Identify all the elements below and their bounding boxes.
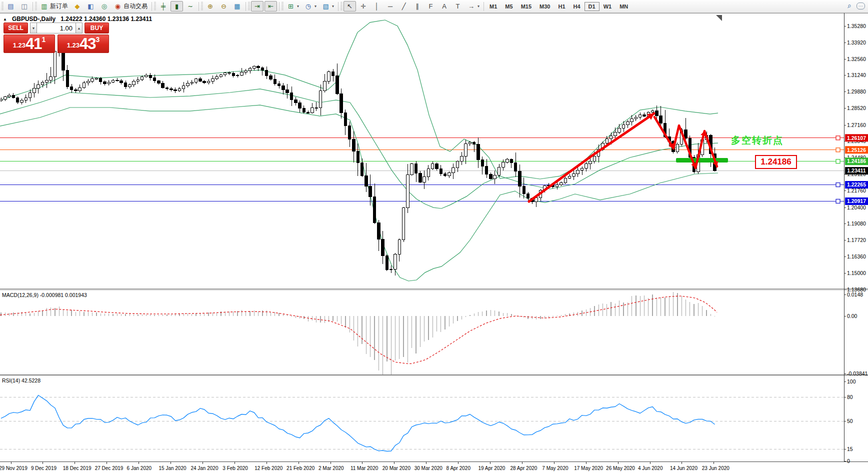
candle	[186, 83, 190, 86]
toolbar-drag-handle[interactable]	[2, 2, 4, 11]
toolbar-drag-handle[interactable]	[340, 2, 342, 11]
candle	[431, 164, 434, 168]
fibonacci-button[interactable]: F	[424, 1, 437, 12]
search-icon[interactable]: ⌕	[848, 2, 852, 10]
line-end-marker[interactable]	[836, 160, 840, 164]
timeframe-w1[interactable]: W1	[600, 2, 616, 11]
chart-shift-button[interactable]: ⇤	[264, 1, 277, 12]
turning-point-annotation[interactable]: 多空转折点	[731, 134, 784, 147]
timeframe-h4[interactable]: H4	[570, 2, 584, 11]
volume-input[interactable]	[37, 22, 76, 34]
candle	[593, 156, 596, 161]
timeframe-h1[interactable]: H1	[554, 2, 569, 11]
date-axis-label: 4 Jun 2020	[638, 466, 663, 471]
toolbar-drag-handle[interactable]	[248, 2, 250, 11]
autotrading-button[interactable]: ◉自动交易	[112, 1, 150, 12]
candle	[286, 90, 289, 92]
timeframe-m5[interactable]: M5	[501, 2, 516, 11]
candle	[62, 53, 65, 70]
timeframe-m15[interactable]: M15	[517, 2, 536, 11]
toolbar-drag-handle[interactable]	[201, 2, 203, 11]
line-end-marker[interactable]	[836, 136, 840, 140]
line-end-marker[interactable]	[836, 183, 840, 187]
new-order-button[interactable]: ▥新订单	[38, 1, 70, 12]
candle	[290, 92, 293, 100]
candle	[606, 138, 608, 143]
collapse-triangle-icon[interactable]: ▲	[3, 17, 7, 22]
sell-price-tile[interactable]: 1.23411	[4, 34, 55, 53]
candle	[456, 162, 459, 168]
market-watch-button[interactable]: ◆	[71, 1, 84, 12]
vertical-line-button[interactable]: │	[370, 1, 383, 12]
line-end-marker[interactable]	[836, 148, 840, 152]
profiles-button[interactable]: ◫	[18, 1, 30, 12]
text-button[interactable]: A	[438, 1, 450, 12]
zoom-in-button[interactable]: ⊕	[204, 1, 216, 12]
timeframe-mn[interactable]: MN	[616, 2, 632, 11]
arrows-button[interactable]: →▾	[465, 1, 482, 12]
candle	[140, 76, 144, 80]
price-callout-box[interactable]: 1.24186	[755, 155, 797, 169]
navigator-button[interactable]: ◧	[84, 1, 97, 12]
toolbar-drag-handle[interactable]	[282, 2, 284, 11]
tile-windows-button[interactable]: ▦	[231, 1, 244, 12]
candle	[369, 186, 372, 197]
templates-button[interactable]: ▧▾	[320, 1, 336, 12]
buy-price-point: 3	[96, 36, 100, 43]
line-end-marker[interactable]	[836, 199, 840, 203]
auto-scroll-button[interactable]: ⇥	[251, 1, 264, 12]
cursor-icon: ↖	[346, 2, 354, 10]
market-watch-icon: ◆	[73, 2, 82, 10]
candlestick-button[interactable]: ▮	[170, 1, 183, 12]
candle	[194, 79, 198, 82]
candle	[448, 172, 451, 176]
zoom-out-button[interactable]: ⊖	[218, 1, 230, 12]
chat-icon[interactable]: ⋯	[856, 2, 865, 10]
auto-scroll-icon: ⇥	[253, 2, 262, 10]
timeframe-m1[interactable]: M1	[486, 2, 501, 11]
candle	[444, 174, 446, 176]
candle	[502, 162, 505, 168]
cursor-button[interactable]: ↖	[344, 1, 356, 12]
chart-canvas[interactable]: 1.352801.339201.325601.312401.298801.285…	[0, 0, 868, 474]
buy-price-tile[interactable]: 1.23433	[58, 34, 109, 53]
date-axis-label: 23 Jun 2020	[702, 466, 730, 471]
toolbar-drag-handle[interactable]	[154, 2, 156, 11]
horizontal-line-button[interactable]: ─	[384, 1, 396, 12]
line-chart-button[interactable]: ∼	[184, 1, 196, 12]
toolbar-drag-handle[interactable]	[35, 2, 37, 11]
bar-chart-button[interactable]: ╪	[157, 1, 170, 12]
timeframe-d1[interactable]: D1	[584, 2, 600, 11]
toolbar-separator	[279, 2, 280, 11]
candle	[99, 78, 102, 82]
new-chart-button[interactable]: ▤	[4, 1, 17, 12]
volume-up-button[interactable]: ▲	[76, 22, 82, 34]
indicators-button[interactable]: ⊞▾	[284, 1, 301, 12]
terminal-button[interactable]: ◎	[98, 1, 110, 12]
candle	[203, 81, 206, 82]
timeframe-m30[interactable]: M30	[536, 2, 554, 11]
candle	[158, 81, 160, 84]
candle	[166, 88, 168, 88]
rsi-axis-tick: 0	[847, 458, 850, 464]
autotrading-label: 自动交易	[124, 2, 148, 10]
channel-button[interactable]: ∥	[411, 1, 424, 12]
chart-background	[0, 13, 868, 474]
buy-button[interactable]: BUY	[84, 22, 109, 34]
candle	[344, 112, 347, 126]
crosshair-button[interactable]: ✛	[357, 1, 370, 12]
candle	[460, 156, 464, 162]
label-button[interactable]: T	[452, 1, 464, 12]
candle	[257, 66, 260, 68]
periods-button[interactable]: ◷▾	[302, 1, 318, 12]
candle	[70, 86, 73, 90]
support-highlight-bar[interactable]	[676, 158, 728, 162]
trendline-button[interactable]: ╱	[398, 1, 410, 12]
symbol-period-label: GBPUSD-,Daily	[12, 16, 56, 22]
date-axis-label: 15 Jan 2020	[159, 466, 186, 471]
candle	[651, 110, 654, 112]
candle	[54, 52, 56, 77]
candle	[236, 75, 239, 76]
sell-button[interactable]: SELL	[4, 22, 28, 34]
volume-down-button[interactable]: ▼	[30, 22, 37, 34]
